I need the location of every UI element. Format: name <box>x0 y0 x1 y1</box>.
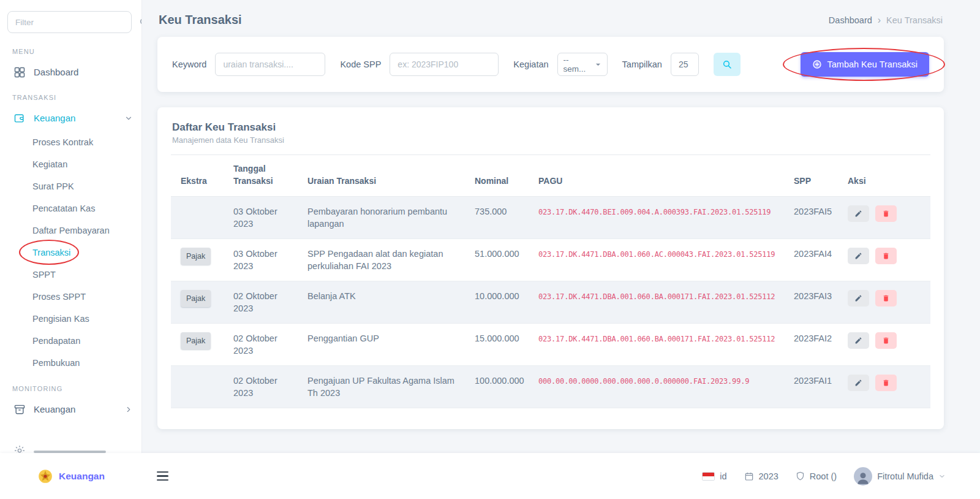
cell-tanggal: 02 Oktober 2023 <box>224 324 298 366</box>
trash-icon <box>882 252 890 260</box>
keyword-input[interactable] <box>215 53 325 76</box>
cell-pagu: 000.00.00.0000.000.000.000.0.000000.FAI.… <box>529 366 784 408</box>
flag-id-icon <box>702 472 715 481</box>
kegiatan-select-value: --sem... <box>564 55 591 74</box>
monitoring-section-label: MONITORING <box>0 376 141 397</box>
edit-button[interactable] <box>848 248 869 264</box>
cell-uraian: Pembayaran honorarium pembantu lapangan <box>298 197 465 239</box>
app-root: MENU Dashboard TRANSAKSI Keuangan <box>0 0 980 499</box>
delete-button[interactable] <box>875 332 897 349</box>
cell-uraian: Belanja ATK <box>298 281 465 324</box>
sidebar-item-clipped[interactable] <box>0 438 141 453</box>
sidebar-item-label: Keuangan <box>34 403 75 416</box>
tampilkan-input[interactable] <box>671 53 699 76</box>
cell-tanggal: 03 Oktober 2023 <box>224 197 298 239</box>
col-aksi: Aksi <box>838 155 930 197</box>
sidebar-item-keuangan[interactable]: Keuangan <box>0 105 141 131</box>
sidebar-item-monitoring-keuangan[interactable]: Keuangan <box>0 397 141 422</box>
dashboard-icon <box>13 66 26 78</box>
table-card: Daftar Keu Transaksi Manajemen data Keu … <box>157 107 944 429</box>
chevron-down-icon <box>124 114 133 123</box>
main-content: Keu Transaksi Dashboard › Keu Transaksi … <box>142 0 980 453</box>
sidebar-subitem[interactable]: Transaksi <box>0 242 141 264</box>
add-keu-transaksi-button[interactable]: Tambah Keu Transaksi <box>801 52 930 77</box>
wallet-icon <box>13 112 26 124</box>
pencil-icon <box>854 252 862 260</box>
kode-spp-input[interactable] <box>390 53 499 76</box>
pencil-icon <box>854 294 862 302</box>
sidebar-filter-row <box>0 0 141 39</box>
sidebar-filter-input[interactable] <box>7 11 132 33</box>
table-row: Pajak 02 Oktober 2023 Penggantian GUP 15… <box>171 324 930 366</box>
user-menu[interactable]: Fitrotul Mufida <box>854 467 946 486</box>
edit-button[interactable] <box>848 205 869 222</box>
breadcrumb-separator-icon: › <box>878 15 881 25</box>
sidebar: MENU Dashboard TRANSAKSI Keuangan <box>0 0 142 453</box>
edit-button[interactable] <box>848 290 869 307</box>
sidebar-subitem[interactable]: Daftar Pembayaran <box>0 219 141 242</box>
edit-button[interactable] <box>848 332 869 349</box>
row-actions <box>848 290 921 307</box>
cell-nominal: 51.000.000 <box>465 239 529 281</box>
cell-pagu: 023.17.DK.4471.DBA.001.060.AC.000043.FAI… <box>529 239 784 281</box>
trash-icon <box>882 294 890 302</box>
cell-nominal: 735.000 <box>465 197 529 239</box>
cell-aksi <box>838 366 930 408</box>
pagu-code: 023.17.DK.4471.DBA.001.060.BA.000171.FAI… <box>538 335 775 343</box>
archive-icon <box>13 403 26 416</box>
cell-aksi <box>838 197 930 239</box>
table-header-row: Ekstra Tanggal Transaksi Uraian Transaks… <box>171 155 930 197</box>
delete-button[interactable] <box>875 205 897 222</box>
sidebar-subitem[interactable]: SPPT <box>0 264 141 286</box>
cell-ekstra: Pajak <box>171 239 224 281</box>
avatar <box>854 467 872 486</box>
cell-aksi <box>838 239 930 281</box>
sidebar-item-dashboard[interactable]: Dashboard <box>0 59 141 85</box>
language-switcher[interactable]: id <box>702 471 726 481</box>
sidebar-item-label: Keuangan <box>34 112 75 125</box>
sidebar-subitem[interactable]: Surat PPK <box>0 175 141 197</box>
delete-button[interactable] <box>875 290 897 307</box>
transaksi-section-label: TRANSAKSI <box>0 85 141 105</box>
tampilkan-group: Tampilkan <box>622 53 699 76</box>
user-name-label: Fitrotul Mufida <box>877 471 933 481</box>
plus-circle-icon <box>812 59 822 69</box>
sidebar-subitem[interactable]: Pendapatan <box>0 330 141 352</box>
row-actions <box>848 205 921 222</box>
table-title: Daftar Keu Transaksi <box>157 107 944 135</box>
sidebar-subitem[interactable]: Pencatatan Kas <box>0 197 141 219</box>
cell-ekstra: Pajak <box>171 324 224 366</box>
kegiatan-select[interactable]: --sem... <box>557 53 608 76</box>
add-button-label: Tambah Keu Transaksi <box>827 59 918 69</box>
role-indicator[interactable]: Root () <box>796 471 837 481</box>
menu-icon[interactable] <box>154 469 171 484</box>
menu-section-label: MENU <box>0 39 141 59</box>
table-subtitle: Manajemen data Keu Transaksi <box>157 135 944 154</box>
trash-icon <box>882 210 890 218</box>
pagu-code: 000.00.00.0000.000.000.000.0.000000.FAI.… <box>538 377 749 386</box>
sidebar-subitem[interactable]: Kegiatan <box>0 153 141 175</box>
trash-icon <box>882 379 890 387</box>
cell-nominal: 100.000.000 <box>465 366 529 408</box>
annotation-circle-transaksi <box>19 240 79 265</box>
sidebar-subitem[interactable]: Proses SPPT <box>0 286 141 308</box>
delete-button[interactable] <box>875 248 897 264</box>
sidebar-subitem[interactable]: Pembukuan <box>0 352 141 374</box>
sidebar-subitem[interactable]: Proses Kontrak <box>0 131 141 153</box>
col-pagu: PAGU <box>529 155 784 197</box>
keyword-group: Keyword <box>172 53 325 76</box>
year-selector[interactable]: 2023 <box>744 471 778 481</box>
cell-nominal: 15.000.000 <box>465 324 529 366</box>
cell-spp: 2023FAI1 <box>784 366 838 408</box>
edit-button[interactable] <box>848 375 869 391</box>
search-icon <box>722 59 732 69</box>
delete-button[interactable] <box>875 375 897 391</box>
kode-spp-label: Kode SPP <box>340 59 381 69</box>
breadcrumb-home[interactable]: Dashboard <box>829 15 872 25</box>
trash-icon <box>882 337 890 345</box>
pagu-code: 023.17.DK.4470.BEI.009.004.A.000393.FAI.… <box>538 208 771 216</box>
footer-brand[interactable]: Keuangan <box>0 468 142 484</box>
search-button[interactable] <box>714 53 741 76</box>
sidebar-subitem[interactable]: Pengisian Kas <box>0 308 141 330</box>
tampilkan-label: Tampilkan <box>622 59 662 69</box>
